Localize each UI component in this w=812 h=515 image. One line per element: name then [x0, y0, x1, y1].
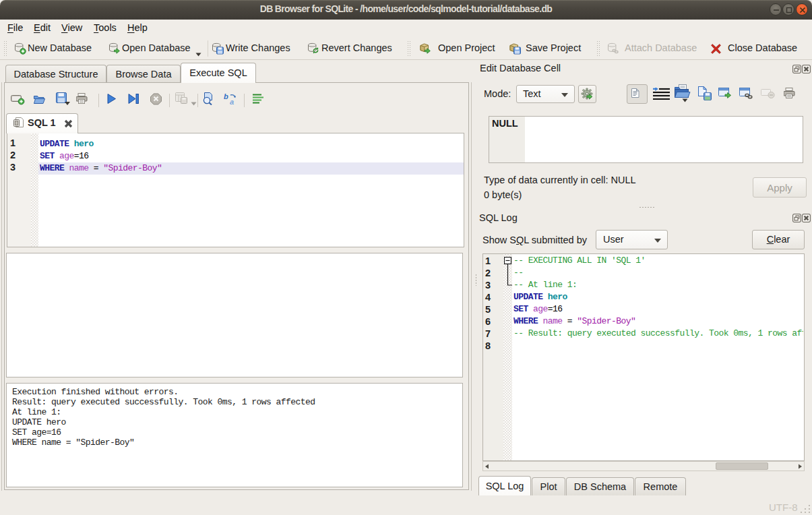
- svg-text:b: b: [224, 93, 228, 100]
- svg-text:a: a: [230, 98, 234, 105]
